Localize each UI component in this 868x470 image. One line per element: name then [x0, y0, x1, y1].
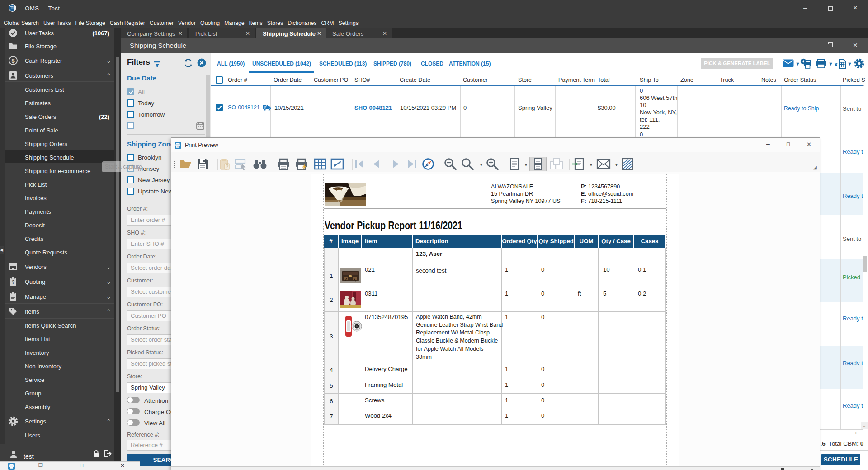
svg-text:$: $ — [11, 57, 15, 64]
svg-text:?: ? — [12, 279, 15, 285]
svg-text:x: x — [834, 60, 838, 68]
svg-text:?: ? — [226, 164, 228, 169]
